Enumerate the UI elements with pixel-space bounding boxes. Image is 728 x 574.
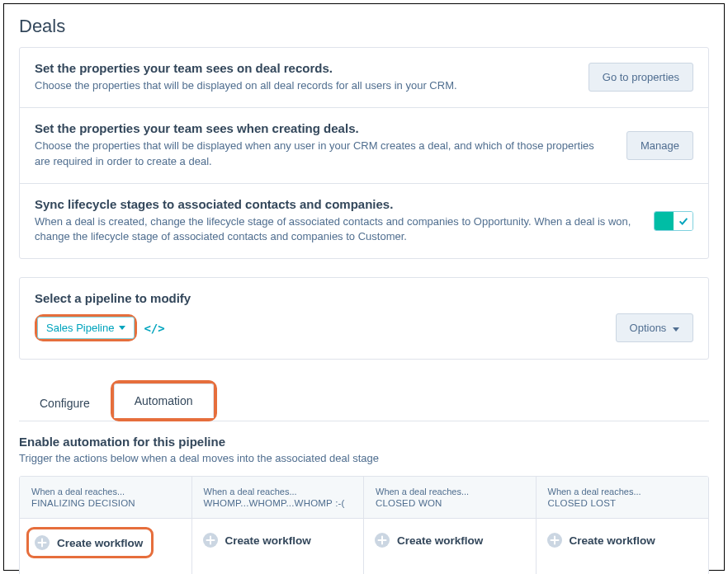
create-workflow-label: Create workflow xyxy=(397,534,483,547)
stage-grid: When a deal reaches... FINALIZING DECISI… xyxy=(19,476,709,574)
create-workflow-button[interactable]: Create workflow xyxy=(202,532,311,548)
card-desc: Choose the properties that will be displ… xyxy=(35,139,607,170)
check-icon xyxy=(678,215,689,227)
stage-when-label: When a deal reaches... xyxy=(376,487,524,496)
create-workflow-label: Create workflow xyxy=(225,534,311,547)
chevron-down-icon xyxy=(119,326,125,330)
create-workflow-button[interactable]: Create workflow xyxy=(374,532,483,548)
go-to-properties-button[interactable]: Go to properties xyxy=(589,63,693,92)
highlight-create-workflow: Create workflow xyxy=(26,527,154,558)
pipeline-select[interactable]: Sales Pipeline xyxy=(37,317,135,339)
manage-button[interactable]: Manage xyxy=(626,131,693,160)
highlight-tab-automation: Automation xyxy=(111,380,217,421)
stage-header: When a deal reaches... CLOSED LOST xyxy=(537,477,709,519)
pipeline-select-label: Sales Pipeline xyxy=(46,322,114,334)
stage-name: CLOSED WON xyxy=(376,498,524,508)
stage-column: When a deal reaches... WHOMP...WHOMP...W… xyxy=(192,477,365,574)
card-desc: Choose the properties that will be displ… xyxy=(35,78,569,94)
plus-circle-icon xyxy=(546,532,563,548)
stage-name: FINALIZING DECISION xyxy=(31,498,180,508)
options-label: Options xyxy=(630,322,667,334)
stage-name: WHOMP...WHOMP...WHOMP :-( xyxy=(204,498,352,508)
card-title: Sync lifecycle stages to associated cont… xyxy=(35,197,634,211)
create-workflow-label: Create workflow xyxy=(570,534,655,547)
stage-column: When a deal reaches... FINALIZING DECISI… xyxy=(20,477,192,574)
highlight-pipeline-select: Sales Pipeline xyxy=(35,314,137,341)
create-workflow-button[interactable]: Create workflow xyxy=(546,532,655,548)
settings-cards: Set the properties your team sees on dea… xyxy=(19,47,709,259)
automation-section-desc: Trigger the actions below when a deal mo… xyxy=(19,452,709,464)
page-title: Deals xyxy=(19,16,709,37)
automation-section-title: Enable automation for this pipeline xyxy=(19,435,709,449)
stage-header: When a deal reaches... WHOMP...WHOMP...W… xyxy=(192,477,364,519)
stage-when-label: When a deal reaches... xyxy=(548,487,697,496)
tab-automation[interactable]: Automation xyxy=(114,383,214,418)
stage-header: When a deal reaches... CLOSED WON xyxy=(364,477,536,519)
card-sync-lifecycle: Sync lifecycle stages to associated cont… xyxy=(20,184,708,259)
card-record-properties: Set the properties your team sees on dea… xyxy=(20,48,708,108)
pipeline-card: Select a pipeline to modify Sales Pipeli… xyxy=(19,277,709,360)
tab-configure[interactable]: Configure xyxy=(19,384,111,421)
create-workflow-label: Create workflow xyxy=(57,537,143,549)
tabs: Configure Automation xyxy=(19,379,709,421)
plus-circle-icon xyxy=(202,532,219,548)
stage-column: When a deal reaches... CLOSED LOST Creat… xyxy=(537,477,709,574)
card-title: Set the properties your team sees when c… xyxy=(35,121,607,135)
card-desc: When a deal is created, change the lifec… xyxy=(35,214,634,246)
card-title: Set the properties your team sees on dea… xyxy=(35,61,569,75)
chevron-down-icon xyxy=(673,327,679,332)
card-create-properties: Set the properties your team sees when c… xyxy=(20,108,708,184)
options-button[interactable]: Options xyxy=(616,313,693,342)
plus-circle-icon xyxy=(34,534,50,551)
stage-name: CLOSED LOST xyxy=(548,498,697,508)
pipeline-section-title: Select a pipeline to modify xyxy=(35,291,693,305)
stage-when-label: When a deal reaches... xyxy=(204,487,352,496)
sync-lifecycle-toggle[interactable] xyxy=(654,211,693,231)
code-icon[interactable]: </> xyxy=(144,322,164,335)
stage-header: When a deal reaches... FINALIZING DECISI… xyxy=(20,477,191,519)
plus-circle-icon xyxy=(374,532,390,548)
stage-when-label: When a deal reaches... xyxy=(31,487,180,496)
stage-column: When a deal reaches... CLOSED WON Create… xyxy=(364,477,537,574)
create-workflow-button[interactable]: Create workflow xyxy=(34,534,143,551)
